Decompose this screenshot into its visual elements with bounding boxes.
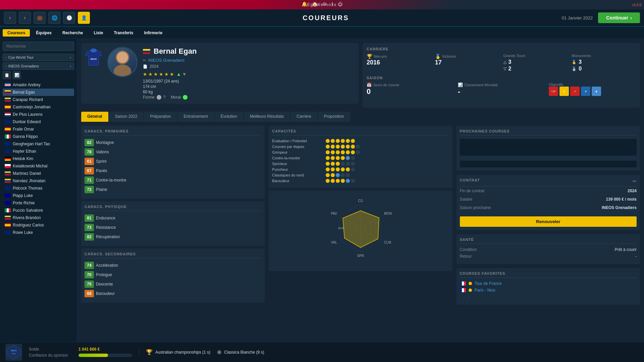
forward-button[interactable]: › [19, 12, 31, 24]
flag-carapaz [5, 98, 11, 102]
bell-icon[interactable]: 🔔 [302, 1, 307, 7]
back-button[interactable]: ‹ [4, 12, 16, 24]
rider-item[interactable]: Porte Richie [3, 199, 74, 207]
stat-accel-val: 74 [85, 262, 94, 269]
rider-item[interactable]: Martínez Daniel [3, 170, 74, 177]
rider-name: Carapaz Richard [13, 97, 43, 102]
team-logo: INEOS GREN [5, 344, 22, 361]
gear-icon[interactable]: ⚙ [322, 1, 327, 7]
dropdown-chevron-left2: ‹ [6, 64, 7, 68]
classement-value: - [458, 87, 545, 96]
team-dropdown[interactable]: ‹ INEOS Grenadiers › [3, 62, 74, 70]
filter-btn-2[interactable]: 📊 [13, 71, 21, 79]
power-icon[interactable]: ⏻ [338, 1, 342, 7]
rider-item[interactable]: De Plus Laurens [3, 111, 74, 118]
capa-classiques: Classiques du nord [272, 173, 449, 177]
caracs-physique-title: CARACS. PHYSIQUE [85, 205, 261, 211]
svg-point-4 [117, 52, 128, 63]
condition-value: Prêt à courir [615, 247, 637, 252]
tab-proposition[interactable]: Proposition [318, 112, 350, 122]
clock-icon[interactable]: 🕐 [63, 12, 75, 24]
rider-name: Martínez Daniel [13, 171, 41, 176]
rider-item[interactable]: Geoghegan Hart Tao [3, 140, 74, 148]
tab-preparation[interactable]: Préparation [144, 112, 177, 122]
flag-kwi [5, 164, 11, 168]
tab-infirmerie[interactable]: Infirmerie [139, 29, 167, 37]
rider-item-carapaz[interactable]: Carapaz Richard [3, 96, 74, 103]
caracs-physique-panel: CARACS. PHYSIQUE 81 Endurance 73 Résista… [81, 201, 265, 246]
sidebar: ‹ Cya World Tour › ‹ INEOS Grenadiers › … [0, 39, 77, 362]
fav-flag-1 [460, 281, 466, 286]
rider-item[interactable]: Plapp Luke [3, 192, 74, 199]
briefcase-icon[interactable]: 💼 [34, 12, 46, 24]
rider-item[interactable]: Heiduk Kim [3, 155, 74, 162]
filter-btn-1[interactable]: 📋 [3, 71, 11, 79]
rider-item[interactable]: Pidcock Thomas [3, 185, 74, 192]
radar-label-pav: PAV [331, 212, 337, 215]
rider-item[interactable]: Dunbar Edward [3, 118, 74, 125]
tab-carriere[interactable]: Carrière [290, 112, 317, 122]
rider-item[interactable]: Fraile Omar [3, 125, 74, 133]
stat-sprint-val: 61 [85, 158, 94, 165]
rider-item-bernal[interactable]: Bernal Egan [3, 89, 74, 96]
rider-item[interactable]: Castroviejo Jonathan [3, 103, 74, 111]
flag-heiduk [5, 157, 11, 161]
main-area: ‹ Cya World Tour › ‹ INEOS Grenadiers › … [0, 39, 644, 362]
star-2: ★ [148, 71, 153, 77]
moral-item: Moral [171, 95, 187, 100]
renew-button[interactable]: Renouveler [460, 216, 637, 227]
rider-item[interactable]: Puccio Salvatore [3, 207, 74, 214]
tab-recherche[interactable]: Recherche [58, 29, 88, 37]
stat-paves-val: 67 [85, 167, 94, 174]
sponsor-fill [78, 354, 108, 357]
contrat-edit-icon[interactable]: ✏ [633, 178, 637, 184]
rider-name: Narváez Jhonatan [13, 178, 45, 183]
contrat-saison-label: Saison prochaine [460, 205, 491, 210]
rider-form: Forme ? Moral [143, 95, 355, 100]
tab-saison[interactable]: Saison 2022 [109, 112, 144, 122]
tab-meilleurs-resultats[interactable]: Meilleurs Résultats [244, 112, 290, 122]
capa-etapes-dots [326, 145, 360, 149]
dot [356, 150, 360, 154]
rider-item[interactable]: Hayter Ethan [3, 148, 74, 155]
rider-item[interactable]: Rivera Brandon [3, 214, 74, 221]
main-title: COUREURS [93, 14, 559, 22]
stat-montagne: 82 Montagne [85, 139, 261, 146]
rider-item[interactable]: Narváez Jhonatan [3, 177, 74, 185]
rider-item[interactable]: Kwiatkowski Michal [3, 162, 74, 170]
tab-coureurs[interactable]: Coureurs [3, 29, 30, 37]
objectifs-block: Objectifs TdF ⭐ V ★ ◆ [549, 83, 636, 96]
mon-icon-1: 🥇 [572, 60, 577, 64]
dot [326, 139, 330, 143]
contrat-saison-value: INEOS Grenadiers [602, 205, 637, 210]
rider-item[interactable]: Rodriguez Carlos [3, 221, 74, 229]
tab-liste[interactable]: Liste [89, 29, 108, 37]
tab-evolution[interactable]: Évolution [215, 112, 243, 122]
tab-general[interactable]: Général [81, 112, 108, 122]
tab-equipes[interactable]: Équipes [31, 29, 56, 37]
star-1: ★ [143, 71, 147, 77]
dot [326, 150, 330, 154]
tab-transferts[interactable]: Transferts [109, 29, 138, 37]
star-4: ★ [159, 71, 163, 77]
contrat-salaire-label: Salaire [460, 197, 472, 202]
tab-entrainement[interactable]: Entraînement [177, 112, 214, 122]
flag-ganna [5, 135, 11, 139]
monuments-block: Monuments 🥇 3 🥈 0 [572, 54, 636, 72]
world-tour-dropdown[interactable]: ‹ Cya World Tour › [3, 54, 74, 61]
retour-value: - [635, 254, 637, 259]
stat-resistance: 73 Résistance [85, 224, 261, 231]
obj-3: V [570, 87, 580, 96]
globe-icon[interactable]: 🌐 [48, 12, 60, 24]
search-input[interactable] [3, 42, 74, 51]
info-icon[interactable]: ℹ [331, 1, 333, 7]
home-icon[interactable]: 🏠 [312, 1, 318, 7]
rider-item[interactable]: Rowe Luke [3, 229, 74, 236]
stat-prologue: 70 Prologue [85, 271, 261, 278]
riders-icon[interactable]: 👤 [78, 12, 90, 24]
rider-item[interactable]: Amador Andrey [3, 81, 74, 89]
continue-button[interactable]: Continuer › [598, 12, 640, 23]
contrat-fin-label: Fin de contrat [460, 189, 484, 193]
radar-label-mon: MON [384, 212, 392, 215]
rider-item[interactable]: Ganna Filippo [3, 133, 74, 140]
